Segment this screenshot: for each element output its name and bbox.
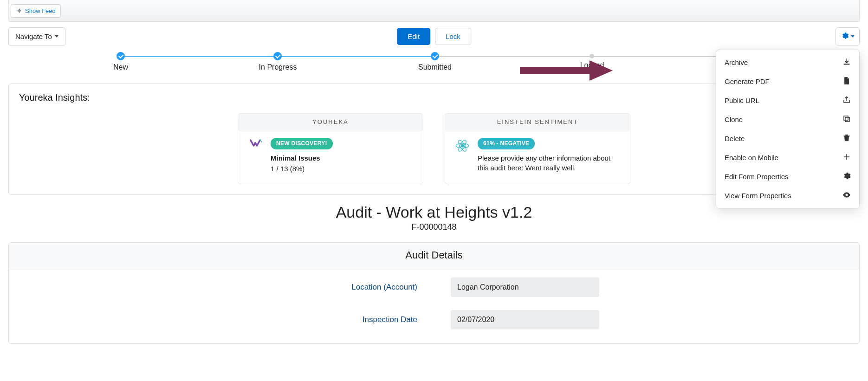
insight-card-header: YOUREKA [238,114,423,130]
copy-icon [842,115,851,124]
field-row: Inspection Date02/07/2020 [18,310,850,329]
record-id: F-00000148 [0,222,868,232]
navigate-to-dropdown[interactable]: Navigate To [8,27,65,45]
insight-line1: Minimal Issues [271,153,333,163]
stage-in-progress[interactable]: In Progress [259,52,297,71]
feed-icon [16,7,22,14]
svg-point-3 [261,141,262,142]
insight-pill: NEW DISCOVERY! [271,138,333,149]
svg-rect-1 [844,116,848,120]
center-buttons: Edit Lock [397,28,471,45]
insight-pill: 61% - NEGATIVE [478,138,535,149]
stage-new[interactable]: New [113,52,128,71]
edit-button[interactable]: Edit [397,28,430,45]
menu-item-label: Edit Form Properties [725,173,789,181]
insight-card: EINSTEIN SENTIMENT61% - NEGATIVEPlease p… [445,113,630,184]
menu-item-label: Archive [725,58,748,66]
show-feed-label: Show Feed [25,7,56,14]
gear-icon [842,172,851,181]
field-label: Inspection Date [269,315,417,324]
menu-item-clone[interactable]: Clone [716,110,859,129]
einstein-icon [454,138,470,154]
stage-submitted[interactable]: Submitted [418,52,452,71]
menu-item-label: Generate PDF [725,77,770,85]
menu-item-label: View Form Properties [725,192,791,200]
menu-item-label: Enable on Mobile [725,154,778,161]
file-icon [842,77,851,86]
insight-card-text: NEW DISCOVERY!Minimal Issues1 / 13 (8%) [271,138,333,174]
menu-item-view-form-properties[interactable]: View Form Properties [716,186,859,205]
field-row: Location (Account)Logan Corporation [18,278,850,297]
check-icon [117,52,125,60]
stage-locked[interactable]: Locked [580,52,604,70]
navigate-to-label: Navigate To [15,32,52,40]
check-icon [274,52,282,60]
field-value: Logan Corporation [451,278,599,297]
download-icon [842,58,851,67]
action-row: Navigate To Edit Lock ArchiveGenerate PD… [0,26,868,49]
menu-item-enable-on-mobile[interactable]: Enable on Mobile [716,148,859,167]
svg-point-4 [461,144,464,148]
top-toolbar: Show Feed [8,0,860,22]
check-icon [431,52,439,60]
stage-label: New [113,63,128,71]
insight-line2: 1 / 13 (8%) [271,165,304,173]
field-label: Location (Account) [269,283,417,292]
menu-item-archive[interactable]: Archive [716,53,859,72]
youreka-icon [247,138,263,154]
insight-card-text: 61% - NEGATIVEPlease provide any other i… [478,138,621,173]
audit-details-header: Audit Details [9,243,859,268]
menu-item-label: Clone [725,116,743,123]
chevron-down-icon [55,35,58,38]
trash-icon [842,134,851,143]
svg-point-2 [259,139,261,141]
menu-item-delete[interactable]: Delete [716,129,859,148]
chevron-down-icon [851,35,855,38]
stage-label: Locked [580,61,604,70]
stage-label: In Progress [259,63,297,71]
menu-item-label: Delete [725,135,745,142]
field-value: 02/07/2020 [451,310,599,329]
settings-dropdown-button[interactable] [836,27,860,45]
pending-dot-icon [590,54,595,58]
plus-icon [842,153,851,162]
menu-item-generate-pdf[interactable]: Generate PDF [716,72,859,91]
settings-menu: ArchiveGenerate PDFPublic URLCloneDelete… [716,50,860,208]
menu-item-edit-form-properties[interactable]: Edit Form Properties [716,167,859,186]
share-icon [842,96,851,105]
lock-button[interactable]: Lock [435,28,471,45]
menu-item-public-url[interactable]: Public URL [716,91,859,110]
menu-item-label: Public URL [725,97,759,104]
audit-details-section: Audit Details Location (Account)Logan Co… [8,242,860,344]
insight-card-header: EINSTEIN SENTIMENT [445,114,630,130]
eye-icon [842,191,851,200]
show-feed-button[interactable]: Show Feed [11,4,61,18]
svg-rect-0 [845,117,849,122]
gear-icon [841,32,849,41]
stage-label: Submitted [418,63,452,71]
insight-card: YOUREKANEW DISCOVERY!Minimal Issues1 / 1… [238,113,423,184]
insight-line2: Please provide any other information abo… [478,154,610,172]
